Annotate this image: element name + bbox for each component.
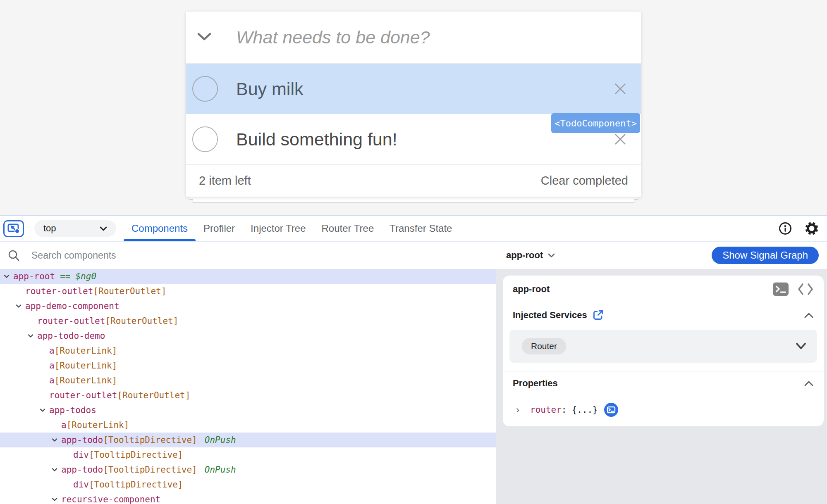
inspector-panel: app-root Show Signal Graph app-root [496,242,827,504]
toolbar-right-icons [777,220,820,237]
chevron-down-icon[interactable] [548,253,555,258]
service-chip-router[interactable]: Router [522,338,566,354]
clear-completed-button[interactable]: Clear completed [541,174,628,188]
collapse-section-button[interactable] [804,380,814,387]
tab-transfer-state[interactable]: Transfer State [382,216,460,241]
tab-components[interactable]: Components [124,216,196,241]
tab-router-tree[interactable]: Router Tree [314,216,382,241]
chevron-down-icon[interactable] [28,334,33,338]
info-button[interactable] [777,220,794,237]
tree-node-router-outlet[interactable]: router-outlet[RouterOutlet] [0,314,496,328]
injected-services-label: Injected Services [513,310,587,321]
element-tag: app-demo-component [25,301,120,311]
element-tag: a [49,376,55,385]
open-in-console-button[interactable] [772,281,789,297]
close-todo-button[interactable] [611,80,629,98]
todo-item-buy-milk[interactable]: Buy milk [186,64,641,114]
element-tag: app-todos [49,405,96,415]
injected-services-section-header: Injected Services [503,303,824,327]
tree-node-app-demo-component[interactable]: app-demo-component [0,299,496,314]
tab-profiler[interactable]: Profiler [196,216,243,241]
tab-label: Components [131,223,188,234]
frame-selector-dropdown[interactable]: top [34,220,116,237]
angular-devtools-panel: top ComponentsProfilerInjector TreeRoute… [0,215,827,504]
console-circle-icon [604,402,619,417]
tree-node-app-todo-demo[interactable]: app-todo-demo [0,328,496,343]
tree-node-app-todo[interactable]: app-todo[TooltipDirective]OnPush [0,462,496,477]
view-source-button[interactable] [797,281,814,297]
external-link-icon [592,309,604,321]
collapse-section-button[interactable] [804,312,814,319]
directive-name: [TooltipDirective] [103,435,197,445]
console-ref-name: $ng0 [75,271,96,281]
tree-node-router-outlet[interactable]: router-outlet[RouterOutlet] [0,388,496,403]
element-tag: router-outlet [49,390,117,400]
chevron-down-icon[interactable] [40,409,45,412]
tree-node-div[interactable]: div[TooltipDirective] [0,477,496,492]
show-signal-graph-button[interactable]: Show Signal Graph [712,247,819,264]
new-todo-input[interactable]: What needs to be done? [236,27,430,48]
todo-app-background: What needs to be done? Buy milk Build so… [0,0,827,215]
inspect-icon [7,223,20,234]
component-tree: app-root==$ng0router-outlet[RouterOutlet… [0,269,496,504]
tree-node-router-outlet[interactable]: router-outlet[RouterOutlet] [0,284,496,299]
todo-input-row: What needs to be done? [186,12,641,64]
search-input[interactable]: Search components [31,250,116,261]
todo-toggle-circle-icon[interactable] [192,126,218,152]
todo-card-stack-layer [193,199,634,202]
properties-label: Properties [513,378,558,389]
component-hover-badge: <TodoComponent> [551,113,640,133]
tab-label: Injector Tree [251,223,306,234]
settings-button[interactable] [803,220,820,237]
inspector-card-title: app-root [513,284,550,295]
property-row-router: › router : {...} [503,395,824,421]
expand-services-button[interactable] [796,342,806,350]
inspect-element-button[interactable] [3,220,24,237]
toggle-all-chevron-icon[interactable] [197,32,212,43]
screen: What needs to be done? Buy milk Build so… [0,0,827,504]
element-tag: app-root [13,271,55,281]
todo-toggle-circle-icon[interactable] [192,76,218,102]
tree-node-app-todos[interactable]: app-todos [0,403,496,418]
chevron-down-icon[interactable] [4,275,10,278]
tree-node-a[interactable]: a[RouterLink] [0,343,496,358]
devtools-toolbar: top ComponentsProfilerInjector TreeRoute… [0,216,827,242]
chevron-down-icon[interactable] [52,438,57,442]
change-detection-mode: OnPush [205,435,236,445]
chevron-down-icon[interactable] [16,304,22,308]
tab-label: Transfer State [390,223,452,234]
component-search-row: Search components [0,242,496,269]
tree-node-a[interactable]: a[RouterLink] [0,418,496,433]
selected-component-name: app-root [506,250,543,261]
log-property-to-console-button[interactable] [604,402,619,417]
tree-node-a[interactable]: a[RouterLink] [0,373,496,388]
inspector-card-title-row: app-root [503,276,824,303]
element-tag: router-outlet [25,286,93,296]
info-icon [778,221,792,235]
expand-property-button[interactable]: › [516,404,519,416]
injected-services-box: Router [509,330,817,363]
console-icon [772,282,789,297]
tree-node-recursive-component[interactable]: recursive-component [0,492,496,504]
inspector-card-actions [772,281,814,297]
todo-footer: 2 item left Clear completed [186,164,641,197]
inspector-header: app-root Show Signal Graph [496,242,827,269]
chevron-down-icon[interactable] [52,468,57,472]
chevron-down-icon[interactable] [52,498,57,502]
tree-node-a[interactable]: a[RouterLink] [0,358,496,373]
tab-injector-tree[interactable]: Injector Tree [243,216,313,241]
open-injector-tree-link[interactable] [592,309,604,321]
element-tag: app-todo [61,465,103,475]
tree-node-app-root[interactable]: app-root==$ng0 [0,269,496,284]
frame-selector-value: top [43,223,56,234]
directive-name: [RouterOutlet] [105,316,178,326]
element-tag: app-todo [61,435,103,445]
search-icon [7,249,20,262]
todo-card: What needs to be done? Buy milk Build so… [186,12,641,197]
chevron-up-icon [804,312,814,319]
items-left-count: 2 item left [199,174,251,188]
directive-name: [TooltipDirective] [89,480,183,490]
element-tag: div [73,450,89,460]
tree-node-div[interactable]: div[TooltipDirective] [0,447,496,462]
tree-node-app-todo[interactable]: app-todo[TooltipDirective]OnPush [0,433,496,447]
